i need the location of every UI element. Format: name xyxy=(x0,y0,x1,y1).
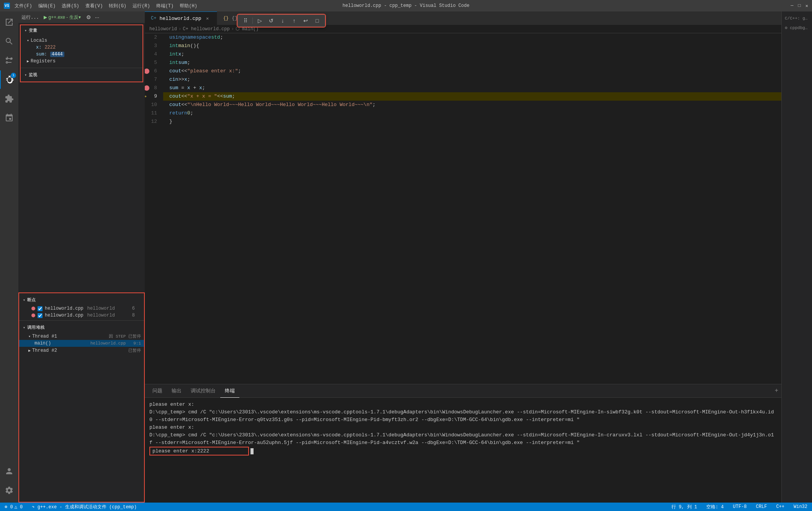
bp-dot-1 xyxy=(31,307,35,310)
status-spaces[interactable]: 空格: 4 xyxy=(705,504,725,510)
status-language-text: C++ xyxy=(776,504,784,509)
debug-bottom-panel: ▾ 断点 helloworld.cpp helloworld 6 hellowo… xyxy=(18,292,145,503)
callstack-thread-2[interactable]: ▶ Thread #2 已暂停 xyxy=(19,347,144,354)
tab-json-icon: {} xyxy=(223,16,229,21)
registers-group[interactable]: ▶ Registers xyxy=(21,58,142,65)
status-line-ending[interactable]: CRLF xyxy=(755,504,769,509)
title-bar: VS 文件(F) 编辑(E) 选择(S) 查看(V) 转到(G) 运行(R) 终… xyxy=(0,0,812,11)
breakpoints-header[interactable]: ▾ 断点 xyxy=(19,295,144,305)
bp-folder-1: helloworld xyxy=(87,306,115,311)
activity-account[interactable] xyxy=(0,462,18,480)
activity-settings[interactable] xyxy=(0,481,18,500)
status-position[interactable]: 行 9, 列 1 xyxy=(670,504,699,510)
activity-bar: 1 xyxy=(0,11,18,503)
bp-checkbox-2[interactable] xyxy=(38,313,43,318)
breadcrumb-root[interactable]: helloworld xyxy=(149,26,177,32)
breadcrumb-symbol[interactable]: ⬡ main() xyxy=(236,26,259,32)
activity-remote[interactable] xyxy=(0,109,18,127)
title-bar-left: VS 文件(F) 编辑(E) 选择(S) 查看(V) 转到(G) 运行(R) 终… xyxy=(4,3,197,9)
variables-header[interactable]: ▾ 变量 xyxy=(21,25,142,36)
close-btn[interactable]: ✕ xyxy=(805,3,808,9)
code-line-2: using namespace std; xyxy=(163,33,781,42)
tab-helloworld-close[interactable]: ✕ xyxy=(205,15,211,21)
activity-extensions[interactable] xyxy=(0,90,18,108)
menu-file[interactable]: 文件(F) xyxy=(15,3,32,9)
status-branch[interactable]: ↷ g++.exe - 生成和调试活动文件 (cpp_temp) xyxy=(30,504,138,510)
activity-debug[interactable]: 1 xyxy=(0,70,18,89)
code-lines[interactable]: using namespace std; int main(){ int x; … xyxy=(163,33,781,384)
ln-8: 8 xyxy=(145,84,160,92)
menu-run[interactable]: 运行(R) xyxy=(133,3,150,9)
editor-area: 2 3 4 5 6 7 8 ⇒ 9 xyxy=(145,33,781,384)
menu-edit[interactable]: 编辑(E) xyxy=(38,3,56,9)
status-errors[interactable]: ⊗ 0 △ 0 xyxy=(3,504,24,510)
debug-continue-btn[interactable]: ▷ xyxy=(255,16,264,25)
tab-output[interactable]: 输出 xyxy=(167,384,186,398)
activity-search[interactable] xyxy=(0,32,18,51)
activity-bottom xyxy=(0,462,18,503)
bp-file-1: helloworld.cpp xyxy=(45,306,83,311)
status-language[interactable]: C++ xyxy=(774,504,786,509)
menu-help[interactable]: 帮助(H) xyxy=(180,3,197,9)
debug-step-into-btn[interactable]: ↓ xyxy=(278,16,287,25)
status-platform[interactable]: Win32 xyxy=(792,504,809,509)
ln-10: 10 xyxy=(145,101,160,109)
var-x: x: 2222 xyxy=(21,44,142,51)
debug-drag-handle[interactable]: ⠿ xyxy=(241,16,250,25)
variables-title: 变量 xyxy=(29,28,38,33)
debug-step-over-btn[interactable]: ↺ xyxy=(267,16,276,25)
status-warnings-text: △ 0 xyxy=(15,504,23,510)
right-panel-cpp[interactable]: C/C++: g... xyxy=(783,15,810,22)
callstack-thread-1[interactable]: ▾ Thread #1 因 STEP 已暂停 xyxy=(19,333,144,340)
terminal-cursor xyxy=(250,448,254,454)
right-panel-cppdbg[interactable]: ⚙ cppdbg:... xyxy=(783,24,810,32)
tab-helloworld[interactable]: C+ helloworld.cpp ✕ xyxy=(145,11,217,25)
watch-header[interactable]: ▾ 监视 xyxy=(21,70,142,80)
status-encoding-text: UTF-8 xyxy=(733,504,747,509)
ln-6: 6 xyxy=(145,67,160,75)
debug-step-out-btn[interactable]: ↑ xyxy=(290,16,299,25)
breakpoint-item-2: helloworld.cpp helloworld 8 xyxy=(19,312,144,319)
terminal-input[interactable] xyxy=(149,447,249,455)
bp-indicator-8 xyxy=(145,85,149,91)
debug-restart-btn[interactable]: ↩ xyxy=(301,16,310,25)
breadcrumb-file[interactable]: C+ helloworld.cpp xyxy=(183,26,229,32)
locals-group[interactable]: ▾ Locals xyxy=(21,37,142,44)
debug-more-button[interactable]: ··· xyxy=(94,13,100,21)
callstack-frame-main[interactable]: main() helloworld.cpp 9:1 xyxy=(19,340,144,347)
debug-stop-btn[interactable]: □ xyxy=(313,16,322,25)
sidebar: 运行... ▶ g++.exe - 生反▾ ⚙ ··· ▾ 变量 ▾ xyxy=(18,11,145,503)
activity-explorer[interactable] xyxy=(0,13,18,31)
menu-select[interactable]: 选择(S) xyxy=(62,3,79,9)
panel-tab-actions: + xyxy=(774,387,778,394)
bp-checkbox-1[interactable] xyxy=(38,306,43,311)
maximize-btn[interactable]: □ xyxy=(798,3,801,9)
status-line-ending-text: CRLF xyxy=(756,504,767,509)
menu-goto[interactable]: 转到(G) xyxy=(109,3,126,9)
breakpoints-panel: ▾ 断点 helloworld.cpp helloworld 6 hellowo… xyxy=(19,293,144,320)
activity-source-control[interactable] xyxy=(0,51,18,70)
minimize-btn[interactable]: ─ xyxy=(791,3,793,9)
menu-view[interactable]: 查看(V) xyxy=(85,3,103,9)
code-line-8: sum = x + x; xyxy=(163,84,781,92)
status-bar-left: ⊗ 0 △ 0 ↷ g++.exe - 生成和调试活动文件 (cpp_temp) xyxy=(3,504,138,510)
tab-debug-console[interactable]: 调试控制台 xyxy=(186,384,220,398)
menu-terminal[interactable]: 终端(T) xyxy=(156,3,174,9)
tab-terminal[interactable]: 终端 xyxy=(220,384,239,398)
debug-config-button[interactable]: ⚙ xyxy=(85,13,92,21)
callstack-panel: ▾ 调用堆栈 ▾ Thread #1 因 STEP 已暂停 main() hel… xyxy=(19,320,144,356)
terminal-line-2: D:\cpp_temp> cmd /C "c:\Users\23013\.vsc… xyxy=(149,408,777,424)
run-label: 运行... xyxy=(21,14,39,21)
tab-helloworld-label: helloworld.cpp xyxy=(159,16,201,21)
debug-toolbar: 运行... ▶ g++.exe - 生反▾ ⚙ ··· xyxy=(18,11,145,23)
panel-add-btn[interactable]: + xyxy=(774,387,778,394)
content-area: ⠿ ▷ ↺ ↓ ↑ ↩ □ C+ helloworld.cpp ✕ {} {} … xyxy=(145,11,781,503)
debug-run-button[interactable]: ▶ g++.exe - 生反▾ xyxy=(41,13,83,21)
ln-3: 3 xyxy=(145,42,160,50)
callstack-header[interactable]: ▾ 调用堆栈 xyxy=(19,322,144,333)
menu-bar: 文件(F) 编辑(E) 选择(S) 查看(V) 转到(G) 运行(R) 终端(T… xyxy=(15,3,197,9)
tab-problems[interactable]: 问题 xyxy=(148,384,167,398)
watch-panel: ▾ 监视 xyxy=(21,68,142,82)
status-encoding[interactable]: UTF-8 xyxy=(732,504,748,509)
code-container: 2 3 4 5 6 7 8 ⇒ 9 xyxy=(145,33,781,384)
